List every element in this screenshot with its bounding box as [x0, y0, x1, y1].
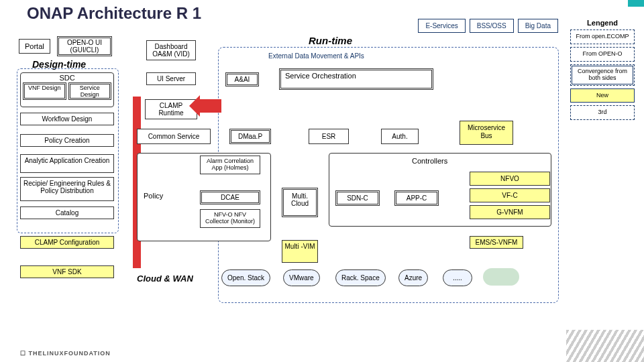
- clamp-config-box: CLAMP Configuration: [20, 236, 114, 249]
- common-service-box: Common Service: [137, 129, 211, 144]
- legend-3rd: 3rd: [570, 105, 635, 120]
- sdc-container: SDC VNF Design Service Design: [20, 72, 114, 107]
- nfvo-collector-box: NFV-O NFV Collector (Monitor): [200, 209, 260, 228]
- ui-server-box: UI Server: [146, 72, 196, 85]
- cloud-rackspace: Rack. Space: [335, 269, 386, 286]
- openo-ui-box: OPEN-O UI (GUI/CLI): [57, 36, 112, 56]
- vert-stack: NFVO VF-C G-VNFM: [470, 172, 550, 222]
- box-eservices: E-Services: [418, 19, 465, 33]
- service-design-box: Service Design: [68, 82, 112, 100]
- policy-label: Policy: [144, 192, 163, 200]
- catalog-box: Catalog: [20, 206, 114, 219]
- dmaap-box: DMaa.P: [229, 129, 271, 144]
- ems-svnfm-box: EMS/S-VNFM: [470, 236, 523, 249]
- policy-creation-box: Policy Creation: [20, 134, 114, 147]
- multi-vim-box: Multi -VIM: [282, 240, 318, 263]
- microservice-bus-box: Microservice Bus: [460, 121, 513, 145]
- cloud-more: .....: [443, 269, 472, 286]
- legend-new: New: [570, 88, 635, 103]
- aai-box: A&AI: [225, 72, 259, 86]
- box-big-data: Big Data: [518, 19, 558, 33]
- workflow-design-box: Workflow Design: [20, 113, 114, 125]
- sdc-label: SDC: [21, 73, 113, 82]
- cloud-azure: Azure: [398, 269, 428, 286]
- red-arrow-icon: [199, 99, 221, 113]
- analytic-app-box: Analytic Application Creation: [20, 154, 114, 173]
- alarm-holmes-box: Alarm Correlation App (Holmes): [200, 156, 260, 174]
- runtime-heading: Run-time: [309, 35, 352, 46]
- cloud-vmware: VMware: [283, 269, 320, 286]
- legend: Lengend From open.ECOMP From OPEN-O Conv…: [570, 19, 635, 123]
- service-orch-box: Service Orchestration: [279, 68, 433, 90]
- vnf-design-box: VNF Design: [23, 82, 66, 100]
- accent-corner: [628, 0, 644, 7]
- decorative-stripes: [566, 330, 644, 362]
- vnf-sdk-box: VNF SDK: [20, 265, 114, 278]
- legend-convergence: Convergence from both sides: [570, 64, 635, 86]
- dcae-box: DCAE: [200, 190, 260, 204]
- auth-box: Auth.: [381, 129, 419, 144]
- appc-box: APP-C: [394, 190, 439, 206]
- cloud-openstack: Open. Stack: [221, 269, 270, 286]
- sdnc-box: SDN-C: [335, 190, 380, 206]
- gvnfm-box: G-VNFM: [470, 205, 550, 219]
- nfvo-box: NFVO: [470, 172, 550, 186]
- apis-label: External Data Movement & APIs: [268, 52, 364, 60]
- legend-title: Lengend: [570, 19, 635, 27]
- gear-cloud-icon: [483, 268, 519, 286]
- box-bss-oss: BSS/OSS: [470, 19, 514, 33]
- external-actors: E-Services BSS/OSS Big Data: [418, 19, 558, 33]
- portal-box: Portal: [19, 39, 50, 54]
- recipie-box: Recipie/ Engineering Rules & Policy Dist…: [20, 177, 114, 201]
- legend-openo: From OPEN-O: [570, 47, 635, 62]
- dashboard-box: Dashboard OA&M (VID): [146, 40, 196, 60]
- page-title: ONAP Architecture R 1: [27, 4, 201, 23]
- esr-box: ESR: [309, 129, 349, 144]
- multicloud-box: Multi. Cloud: [282, 188, 318, 217]
- legend-ecomp: From open.ECOMP: [570, 29, 635, 44]
- controllers-label: Controllers: [412, 157, 447, 165]
- vfc-box: VF-C: [470, 188, 550, 202]
- linux-foundation-logo: ☐ THELINUXFOUNDATION: [20, 350, 111, 357]
- cloud-wan-heading: Cloud & WAN: [137, 274, 193, 284]
